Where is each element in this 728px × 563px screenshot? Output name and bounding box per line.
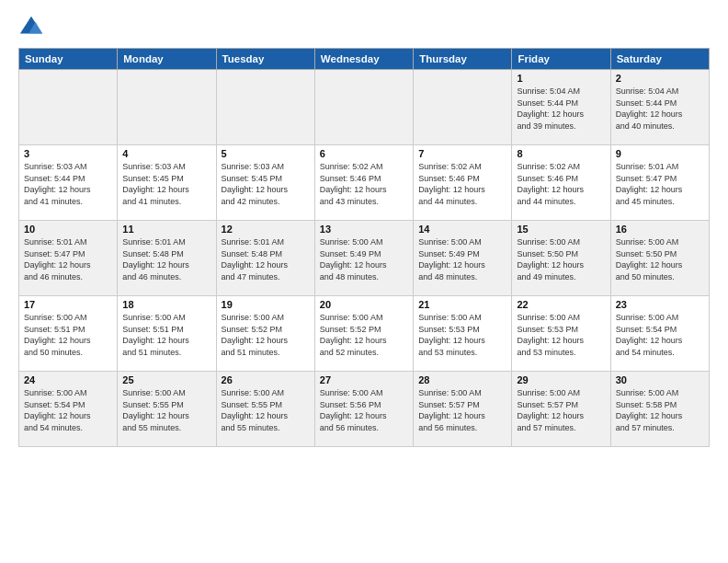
logo: [18, 15, 48, 40]
day-number: 5: [222, 148, 310, 159]
day-info: Sunrise: 5:00 AM Sunset: 5:51 PM Dayligh…: [122, 312, 210, 358]
calendar-cell: 16Sunrise: 5:00 AM Sunset: 5:50 PM Dayli…: [610, 221, 709, 296]
day-info: Sunrise: 5:00 AM Sunset: 5:49 PM Dayligh…: [320, 236, 408, 282]
calendar-cell: 28Sunrise: 5:00 AM Sunset: 5:57 PM Dayli…: [414, 372, 512, 447]
day-info: Sunrise: 5:00 AM Sunset: 5:54 PM Dayligh…: [24, 387, 112, 433]
calendar-cell: 19Sunrise: 5:00 AM Sunset: 5:52 PM Dayli…: [216, 296, 314, 372]
calendar-week-4: 24Sunrise: 5:00 AM Sunset: 5:54 PM Dayli…: [19, 372, 710, 447]
calendar-cell: [216, 70, 314, 145]
day-number: 13: [320, 224, 408, 235]
header-day-friday: Friday: [512, 49, 610, 70]
calendar-cell: 14Sunrise: 5:00 AM Sunset: 5:49 PM Dayli…: [414, 221, 512, 296]
day-info: Sunrise: 5:00 AM Sunset: 5:54 PM Dayligh…: [616, 312, 704, 358]
day-number: 27: [320, 374, 408, 385]
day-info: Sunrise: 5:02 AM Sunset: 5:46 PM Dayligh…: [418, 161, 506, 207]
day-info: Sunrise: 5:01 AM Sunset: 5:47 PM Dayligh…: [616, 161, 704, 207]
day-info: Sunrise: 5:00 AM Sunset: 5:55 PM Dayligh…: [222, 387, 310, 433]
day-number: 9: [616, 148, 704, 159]
header-day-monday: Monday: [118, 49, 216, 70]
calendar-cell: 7Sunrise: 5:02 AM Sunset: 5:46 PM Daylig…: [414, 145, 512, 221]
calendar-cell: 6Sunrise: 5:02 AM Sunset: 5:46 PM Daylig…: [314, 145, 413, 221]
day-info: Sunrise: 5:00 AM Sunset: 5:52 PM Dayligh…: [320, 312, 408, 358]
calendar-cell: 20Sunrise: 5:00 AM Sunset: 5:52 PM Dayli…: [314, 296, 413, 372]
day-info: Sunrise: 5:01 AM Sunset: 5:47 PM Dayligh…: [24, 236, 112, 282]
day-info: Sunrise: 5:00 AM Sunset: 5:51 PM Dayligh…: [24, 312, 112, 358]
day-info: Sunrise: 5:00 AM Sunset: 5:52 PM Dayligh…: [222, 312, 310, 358]
day-info: Sunrise: 5:04 AM Sunset: 5:44 PM Dayligh…: [517, 86, 605, 132]
calendar-cell: 25Sunrise: 5:00 AM Sunset: 5:55 PM Dayli…: [118, 372, 216, 447]
calendar-cell: 8Sunrise: 5:02 AM Sunset: 5:46 PM Daylig…: [512, 145, 610, 221]
day-number: 8: [517, 148, 605, 159]
day-number: 29: [517, 374, 605, 385]
calendar-cell: 5Sunrise: 5:03 AM Sunset: 5:45 PM Daylig…: [216, 145, 314, 221]
day-number: 30: [616, 374, 704, 385]
calendar-cell: 3Sunrise: 5:03 AM Sunset: 5:44 PM Daylig…: [19, 145, 118, 221]
day-info: Sunrise: 5:03 AM Sunset: 5:44 PM Dayligh…: [24, 161, 112, 207]
day-info: Sunrise: 5:00 AM Sunset: 5:53 PM Dayligh…: [418, 312, 506, 358]
calendar-cell: 30Sunrise: 5:00 AM Sunset: 5:58 PM Dayli…: [610, 372, 709, 447]
day-number: 7: [418, 148, 506, 159]
calendar-cell: 12Sunrise: 5:01 AM Sunset: 5:48 PM Dayli…: [216, 221, 314, 296]
calendar-cell: 23Sunrise: 5:00 AM Sunset: 5:54 PM Dayli…: [610, 296, 709, 372]
calendar-cell: 1Sunrise: 5:04 AM Sunset: 5:44 PM Daylig…: [512, 70, 610, 145]
day-number: 18: [122, 299, 210, 310]
day-number: 19: [222, 299, 310, 310]
day-number: 11: [122, 224, 210, 235]
day-info: Sunrise: 5:00 AM Sunset: 5:56 PM Dayligh…: [320, 387, 408, 433]
day-number: 1: [517, 73, 605, 84]
day-info: Sunrise: 5:00 AM Sunset: 5:53 PM Dayligh…: [517, 312, 605, 358]
header-day-sunday: Sunday: [19, 49, 118, 70]
calendar-cell: 9Sunrise: 5:01 AM Sunset: 5:47 PM Daylig…: [610, 145, 709, 221]
calendar-cell: 18Sunrise: 5:00 AM Sunset: 5:51 PM Dayli…: [118, 296, 216, 372]
day-number: 22: [517, 299, 605, 310]
logo-icon: [18, 15, 44, 40]
day-info: Sunrise: 5:00 AM Sunset: 5:58 PM Dayligh…: [616, 387, 704, 433]
day-number: 6: [320, 148, 408, 159]
calendar-cell: 10Sunrise: 5:01 AM Sunset: 5:47 PM Dayli…: [19, 221, 118, 296]
header-day-tuesday: Tuesday: [216, 49, 314, 70]
day-info: Sunrise: 5:02 AM Sunset: 5:46 PM Dayligh…: [517, 161, 605, 207]
day-info: Sunrise: 5:02 AM Sunset: 5:46 PM Dayligh…: [320, 161, 408, 207]
header-day-thursday: Thursday: [414, 49, 512, 70]
calendar-cell: 17Sunrise: 5:00 AM Sunset: 5:51 PM Dayli…: [19, 296, 118, 372]
day-number: 23: [616, 299, 704, 310]
day-number: 28: [418, 374, 506, 385]
header: [18, 15, 710, 40]
page: SundayMondayTuesdayWednesdayThursdayFrid…: [0, 0, 728, 563]
day-number: 21: [418, 299, 506, 310]
header-day-wednesday: Wednesday: [314, 49, 413, 70]
day-info: Sunrise: 5:00 AM Sunset: 5:49 PM Dayligh…: [418, 236, 506, 282]
day-info: Sunrise: 5:03 AM Sunset: 5:45 PM Dayligh…: [122, 161, 210, 207]
calendar-cell: 13Sunrise: 5:00 AM Sunset: 5:49 PM Dayli…: [314, 221, 413, 296]
calendar-cell: 11Sunrise: 5:01 AM Sunset: 5:48 PM Dayli…: [118, 221, 216, 296]
calendar-cell: 15Sunrise: 5:00 AM Sunset: 5:50 PM Dayli…: [512, 221, 610, 296]
day-number: 3: [24, 148, 112, 159]
calendar-cell: 24Sunrise: 5:00 AM Sunset: 5:54 PM Dayli…: [19, 372, 118, 447]
header-day-saturday: Saturday: [610, 49, 709, 70]
day-info: Sunrise: 5:00 AM Sunset: 5:55 PM Dayligh…: [122, 387, 210, 433]
calendar-week-2: 10Sunrise: 5:01 AM Sunset: 5:47 PM Dayli…: [19, 221, 710, 296]
day-number: 24: [24, 374, 112, 385]
day-number: 2: [616, 73, 704, 84]
day-number: 16: [616, 224, 704, 235]
calendar-header: SundayMondayTuesdayWednesdayThursdayFrid…: [19, 49, 710, 70]
calendar-cell: 4Sunrise: 5:03 AM Sunset: 5:45 PM Daylig…: [118, 145, 216, 221]
calendar-cell: 27Sunrise: 5:00 AM Sunset: 5:56 PM Dayli…: [314, 372, 413, 447]
day-number: 17: [24, 299, 112, 310]
calendar-cell: 21Sunrise: 5:00 AM Sunset: 5:53 PM Dayli…: [414, 296, 512, 372]
calendar-cell: 26Sunrise: 5:00 AM Sunset: 5:55 PM Dayli…: [216, 372, 314, 447]
day-number: 4: [122, 148, 210, 159]
calendar-week-0: 1Sunrise: 5:04 AM Sunset: 5:44 PM Daylig…: [19, 70, 710, 145]
calendar-body: 1Sunrise: 5:04 AM Sunset: 5:44 PM Daylig…: [19, 70, 710, 447]
calendar-table: SundayMondayTuesdayWednesdayThursdayFrid…: [18, 48, 710, 447]
day-info: Sunrise: 5:04 AM Sunset: 5:44 PM Dayligh…: [616, 86, 704, 132]
header-row: SundayMondayTuesdayWednesdayThursdayFrid…: [19, 49, 710, 70]
day-number: 20: [320, 299, 408, 310]
day-info: Sunrise: 5:00 AM Sunset: 5:57 PM Dayligh…: [517, 387, 605, 433]
day-info: Sunrise: 5:01 AM Sunset: 5:48 PM Dayligh…: [122, 236, 210, 282]
calendar-cell: [414, 70, 512, 145]
day-number: 25: [122, 374, 210, 385]
calendar-cell: 22Sunrise: 5:00 AM Sunset: 5:53 PM Dayli…: [512, 296, 610, 372]
day-number: 14: [418, 224, 506, 235]
calendar-week-3: 17Sunrise: 5:00 AM Sunset: 5:51 PM Dayli…: [19, 296, 710, 372]
